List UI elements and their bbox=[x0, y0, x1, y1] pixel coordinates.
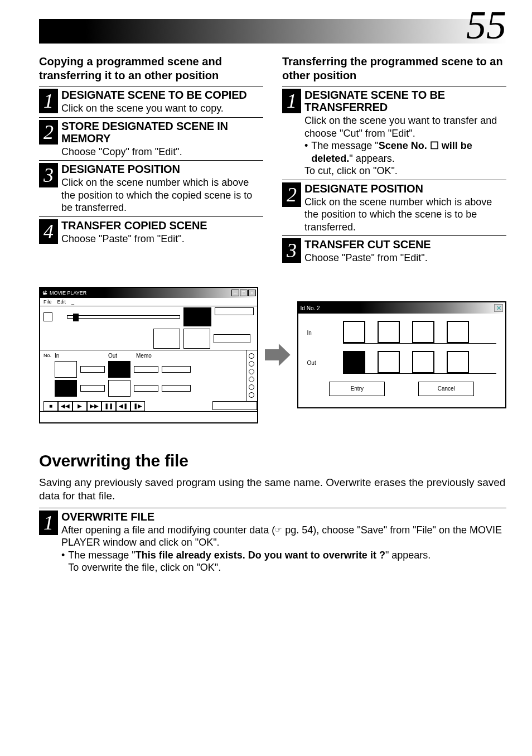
stop-button[interactable]: ■ bbox=[43, 401, 58, 411]
step-number: 3 bbox=[282, 238, 301, 263]
step-body: Choose "Paste" from "Edit". bbox=[304, 252, 506, 264]
step-number: 4 bbox=[39, 219, 58, 244]
ref-icon: ☞ bbox=[275, 525, 282, 535]
right-column: Transferring the programmed scene to an … bbox=[282, 55, 506, 264]
scene-thumb[interactable] bbox=[55, 380, 77, 397]
counter bbox=[214, 334, 250, 343]
col-memo: Memo bbox=[136, 353, 243, 359]
bullet-dot: • bbox=[61, 549, 65, 574]
step-body: Click on the scene number which is above… bbox=[304, 196, 506, 234]
out-counter[interactable] bbox=[134, 385, 158, 392]
slider[interactable] bbox=[67, 315, 180, 319]
menu-edit[interactable]: Edit bbox=[57, 299, 66, 305]
close-button[interactable]: × bbox=[248, 290, 256, 296]
table-row[interactable] bbox=[43, 361, 243, 378]
stepfwd-button[interactable]: ❚▶ bbox=[130, 401, 145, 411]
step-title: DESIGNATE POSITION bbox=[61, 163, 263, 175]
memo-field[interactable] bbox=[162, 366, 191, 373]
power-button[interactable] bbox=[43, 312, 52, 321]
step-number: 2 bbox=[39, 120, 58, 145]
step-title: TRANSFER CUT SCENE bbox=[304, 238, 506, 251]
overwrite-section: Overwriting the file Saving any previous… bbox=[39, 451, 506, 574]
id-cell[interactable] bbox=[378, 351, 400, 373]
out-counter[interactable] bbox=[134, 366, 158, 373]
id-title-text: Id No. 2 bbox=[301, 305, 320, 311]
thumb-box bbox=[183, 329, 210, 349]
overwrite-lead: Saving any previously saved program usin… bbox=[39, 476, 506, 503]
left-column: Copying a programmed scene and transferr… bbox=[39, 55, 263, 264]
preview-box bbox=[183, 307, 211, 326]
movie-player-window: 📽 MOVIE PLAYER – □ × File Edit _ bbox=[39, 287, 258, 423]
step-number: 2 bbox=[282, 182, 301, 207]
table-header: No. In Out Memo bbox=[43, 353, 243, 359]
scroll-stop[interactable] bbox=[249, 369, 254, 374]
step-title: STORE DESIGNATED SCENE IN MEMORY bbox=[61, 120, 263, 145]
app-icon: 📽 bbox=[42, 290, 47, 296]
col-no: No. bbox=[43, 353, 51, 358]
step-after: To cut, click on "OK". bbox=[304, 165, 506, 177]
id-cell[interactable] bbox=[412, 351, 434, 373]
step-body: Click on the scene number which is above… bbox=[61, 176, 263, 214]
menu-file[interactable]: File bbox=[43, 299, 52, 305]
pause-button[interactable]: ❚❚ bbox=[101, 401, 116, 411]
col-out: Out bbox=[108, 353, 133, 359]
id-cell[interactable] bbox=[343, 321, 365, 343]
id-cell[interactable] bbox=[378, 321, 400, 343]
bullet-text: The message "This file already exists. D… bbox=[68, 549, 431, 574]
left-lead: Copying a programmed scene and transferr… bbox=[39, 55, 263, 83]
minimize-button[interactable]: – bbox=[231, 290, 239, 296]
scene-thumb[interactable] bbox=[108, 380, 130, 397]
step-body: Click on the scene you want to copy. bbox=[61, 102, 263, 115]
scene-thumb[interactable] bbox=[108, 361, 130, 378]
arrow-right-icon bbox=[265, 344, 291, 366]
transport-counter bbox=[212, 401, 257, 410]
transport-bar: ■ ◀◀ ▶ ▶▶ ❚❚ ◀❚ ❚▶ bbox=[40, 401, 257, 411]
table-row[interactable] bbox=[43, 380, 243, 397]
slider-thumb[interactable] bbox=[73, 314, 79, 321]
close-icon[interactable]: ✕ bbox=[494, 304, 503, 312]
id-cell[interactable] bbox=[447, 351, 469, 373]
step-title: TRANSFER COPIED SCENE bbox=[61, 219, 263, 232]
right-lead: Transferring the programmed scene to an … bbox=[282, 55, 506, 83]
overwrite-heading: Overwriting the file bbox=[39, 451, 506, 470]
play-button[interactable]: ▶ bbox=[72, 401, 87, 411]
stepback-button[interactable]: ◀❚ bbox=[116, 401, 130, 411]
step-number: 1 bbox=[282, 89, 301, 113]
step-body: Click on the scene you want to transfer … bbox=[304, 114, 506, 139]
in-counter[interactable] bbox=[80, 385, 105, 392]
scroll-stop[interactable] bbox=[249, 353, 254, 359]
bullet-text: The message "Scene No. ☐ will be deleted… bbox=[311, 139, 506, 165]
step-body: Choose "Copy" from "Edit". bbox=[61, 146, 263, 158]
step-title: DESIGNATE SCENE TO BE COPIED bbox=[61, 89, 263, 101]
page-number: 55 bbox=[466, 2, 506, 49]
step-number: 1 bbox=[39, 89, 58, 113]
scroll-stop[interactable] bbox=[249, 377, 254, 382]
maximize-button[interactable]: □ bbox=[240, 290, 248, 296]
step-number: 1 bbox=[39, 511, 58, 535]
id-cell-dark[interactable] bbox=[343, 351, 365, 373]
step-number: 3 bbox=[39, 163, 58, 187]
scroll-stop[interactable] bbox=[249, 384, 254, 390]
scroll-stop[interactable] bbox=[249, 392, 254, 398]
rewind-button[interactable]: ◀◀ bbox=[58, 401, 72, 411]
thumb-box bbox=[153, 329, 180, 349]
menu-other[interactable]: _ bbox=[71, 299, 74, 305]
id-cell[interactable] bbox=[412, 321, 434, 343]
entry-button[interactable]: Entry bbox=[329, 382, 385, 396]
scrollbar[interactable] bbox=[246, 350, 257, 401]
menu-bar: File Edit _ bbox=[40, 298, 257, 306]
in-counter[interactable] bbox=[80, 366, 105, 373]
step-title: DESIGNATE SCENE TO BE TRANSFERRED bbox=[304, 89, 506, 113]
counter bbox=[215, 307, 254, 315]
step-body: Choose "Paste" from "Edit". bbox=[61, 233, 263, 245]
scroll-stop[interactable] bbox=[249, 361, 254, 367]
ff-button[interactable]: ▶▶ bbox=[87, 401, 101, 411]
status-bar bbox=[40, 411, 257, 422]
scene-thumb[interactable] bbox=[55, 361, 77, 378]
bullet-dot: • bbox=[304, 139, 308, 165]
step-title: DESIGNATE POSITION bbox=[304, 182, 506, 195]
cancel-button[interactable]: Cancel bbox=[418, 382, 474, 396]
memo-field[interactable] bbox=[162, 385, 191, 392]
id-row-label: In bbox=[307, 330, 335, 336]
id-cell[interactable] bbox=[447, 321, 469, 343]
